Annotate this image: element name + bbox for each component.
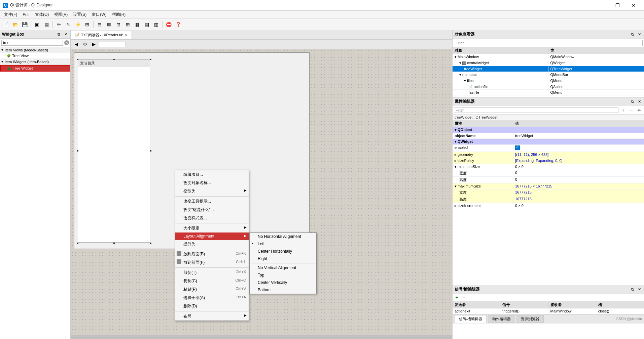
minimize-button[interactable]: — bbox=[594, 0, 609, 11]
menu-file[interactable]: 文件(F) bbox=[1, 11, 20, 18]
toolbar-layout5[interactable]: ▦ bbox=[133, 20, 142, 29]
prop-add-btn[interactable]: + bbox=[620, 107, 627, 114]
toolbar-connect[interactable]: ⚡ bbox=[73, 20, 82, 29]
toolbar-layout3[interactable]: ⊡ bbox=[114, 20, 123, 29]
toolbar-layout4[interactable]: ⊞ bbox=[123, 20, 132, 29]
menu-settings[interactable]: 设置(S) bbox=[70, 11, 89, 18]
obj-row-menubar[interactable]: ▾ menubar QMenuBar bbox=[453, 72, 644, 78]
toolbar-help[interactable]: ❓ bbox=[174, 20, 182, 29]
toolbar-layout2[interactable]: ⊠ bbox=[105, 20, 113, 29]
toolbar-save[interactable]: 💾 bbox=[20, 20, 29, 29]
ctx-send-back[interactable]: ↓ 放到后面(B)Ctrl+K bbox=[175, 250, 249, 258]
ctx-sub-left[interactable]: •Left bbox=[250, 240, 316, 248]
menu-view[interactable]: 视图(V) bbox=[51, 11, 70, 18]
search-clear-btn[interactable]: ✕ bbox=[64, 40, 69, 45]
prop-row-minsize[interactable]: ▾ minimumSize 0 × 0 bbox=[453, 164, 644, 170]
ctx-bring-front[interactable]: ↑ 放到前面(F)Ctrl+L bbox=[175, 258, 249, 267]
signal-close-btn[interactable]: ✕ bbox=[637, 287, 642, 292]
toolbar-layout7[interactable]: ▥ bbox=[152, 20, 160, 29]
prop-row-enabled[interactable]: enabled bbox=[453, 145, 644, 152]
search-input[interactable] bbox=[1, 40, 63, 46]
ctx-layout[interactable]: 布局▶ bbox=[175, 312, 249, 321]
obj-row-treewidget[interactable]: treeWidget QTreeWidget bbox=[453, 66, 644, 72]
ctx-sub-bottom[interactable]: Bottom bbox=[250, 286, 316, 294]
ctx-tooltip[interactable]: 改变工具提示... bbox=[175, 197, 249, 206]
design-address-input[interactable]: 在这里输入 bbox=[99, 42, 126, 47]
obj-filter-input[interactable] bbox=[454, 40, 643, 46]
prop-row-maxsize[interactable]: ▾ maximumSize 16777215 × 16777215 bbox=[453, 183, 644, 189]
toolbar-layout6[interactable]: ▤ bbox=[142, 20, 151, 29]
prop-row-maxheight[interactable]: 高度 16777215 bbox=[453, 196, 644, 203]
toolbar-new[interactable]: 📄 bbox=[1, 20, 10, 29]
prop-row-sizeincrement[interactable]: ▸ sizeIncrement 0 × 0 bbox=[453, 203, 644, 209]
ctx-morph[interactable]: 变型为▶ bbox=[175, 187, 249, 196]
signal-add-btn[interactable]: + bbox=[454, 295, 460, 301]
ctx-sub-no-h[interactable]: No Horizontal Alignment bbox=[250, 233, 316, 240]
toolbar-open[interactable]: 📂 bbox=[11, 20, 20, 29]
close-button[interactable]: ✕ bbox=[626, 0, 641, 11]
design-settings-btn[interactable]: ⚙ bbox=[81, 41, 89, 48]
toolbar-cursor[interactable]: ↖ bbox=[64, 20, 73, 29]
ctx-copy[interactable]: 复制(C)Ctrl+C bbox=[175, 277, 249, 285]
ctx-edit-items[interactable]: 编辑项目... bbox=[175, 170, 249, 179]
design-forward-btn[interactable]: ▶ bbox=[90, 41, 98, 48]
signal-float-btn[interactable]: ⧉ bbox=[630, 287, 635, 292]
signal-row-0[interactable]: actionexit triggered() MainWindow close(… bbox=[453, 308, 644, 314]
restore-button[interactable]: ❐ bbox=[610, 0, 625, 11]
signal-remove-btn[interactable]: − bbox=[461, 295, 467, 301]
prop-row-sizepolicy[interactable]: ▸ sizePolicy [Expanding, Expanding, 0, 0… bbox=[453, 158, 644, 164]
prop-row-geometry[interactable]: ▸ geometry [(11, 11), 256 × 633] bbox=[453, 152, 644, 158]
category-item-widgets[interactable]: ▾ Item Widgets (Item-Based) bbox=[0, 59, 70, 65]
prop-filter-input[interactable] bbox=[454, 108, 618, 113]
obj-row-actionfile[interactable]: 📄 actionfile QAction bbox=[453, 84, 644, 90]
obj-row-centralwidget[interactable]: ▾ centralwidget QWidget bbox=[453, 60, 644, 66]
toolbar-resource[interactable]: ⛔ bbox=[164, 20, 173, 29]
widget-tree-widget[interactable]: 🌲 Tree Widget bbox=[0, 65, 70, 72]
ctx-stylesheet[interactable]: 改变样式表... bbox=[175, 214, 249, 222]
ctx-whatsthis[interactable]: 改变"这是什么"... bbox=[175, 206, 249, 214]
obj-row-mainwindow[interactable]: ▾ MainWindow QMainWindow bbox=[453, 54, 644, 60]
tree-widget-canvas[interactable]: 章节目录 bbox=[78, 59, 150, 243]
prop-row-minwidth[interactable]: 宽度 0 bbox=[453, 170, 644, 177]
panel-float-btn[interactable]: ⧉ bbox=[56, 32, 62, 37]
enabled-checkbox[interactable] bbox=[515, 145, 520, 150]
design-scrollbar-h[interactable] bbox=[71, 335, 452, 339]
ctx-sub-top[interactable]: Top bbox=[250, 271, 316, 279]
toolbar-tab[interactable]: ⊞ bbox=[83, 20, 92, 29]
prop-edit-btn[interactable]: ✏ bbox=[636, 107, 643, 114]
tab-ui-reader[interactable]: 📝 TXT阅读器 - UIReader.ui* ✕ bbox=[71, 31, 132, 39]
bottom-tab-signal[interactable]: 信号/槽编辑器 bbox=[455, 315, 487, 323]
toolbar-btn1[interactable]: ▣ bbox=[33, 20, 41, 29]
obj-close-btn[interactable]: ✕ bbox=[637, 32, 642, 37]
widget-tree-view[interactable]: 🌳 Tree View bbox=[0, 53, 70, 59]
prop-float-btn[interactable]: ⧉ bbox=[630, 99, 635, 104]
prop-row-maxwidth[interactable]: 宽度 16777215 bbox=[453, 189, 644, 196]
ctx-sub-no-v[interactable]: No Vertical Alignment bbox=[250, 264, 316, 271]
bottom-tab-action[interactable]: 动作编辑器 bbox=[488, 315, 515, 323]
ctx-sub-center-v[interactable]: Center Vertically bbox=[250, 279, 316, 286]
ctx-layout-alignment[interactable]: Layout Alignment▶ bbox=[175, 232, 249, 240]
ctx-promote[interactable]: 提升为... bbox=[175, 240, 249, 248]
obj-row-files[interactable]: ▾ files QMenu bbox=[453, 78, 644, 84]
menu-edit[interactable]: Edit bbox=[20, 12, 32, 18]
tab-close-btn[interactable]: ✕ bbox=[125, 33, 128, 37]
obj-row-lastfile[interactable]: lastfile QMenu bbox=[453, 90, 644, 95]
ctx-size-limit[interactable]: 大小限定▶ bbox=[175, 224, 249, 232]
menu-help[interactable]: 帮助(H) bbox=[109, 11, 129, 18]
ctx-cut[interactable]: 剪切(T)Ctrl+X bbox=[175, 268, 249, 277]
toolbar-btn2[interactable]: ▤ bbox=[42, 20, 51, 29]
toolbar-edit[interactable]: ✏ bbox=[55, 20, 63, 29]
ctx-select-all[interactable]: 选择全部(A)Ctrl+A bbox=[175, 294, 249, 302]
toolbar-layout1[interactable]: ⊟ bbox=[95, 20, 104, 29]
obj-float-btn[interactable]: ⧉ bbox=[630, 32, 635, 37]
prop-close-btn[interactable]: ✕ bbox=[637, 99, 642, 104]
prop-row-objectname[interactable]: objectName treeWidget bbox=[453, 133, 644, 139]
panel-close-btn[interactable]: ✕ bbox=[63, 32, 68, 37]
prop-minus-btn[interactable]: − bbox=[628, 107, 635, 114]
bottom-tab-resource[interactable]: 资源浏览器 bbox=[516, 315, 544, 323]
ctx-sub-center-h[interactable]: Center Horizontally bbox=[250, 248, 316, 255]
ctx-rename[interactable]: 改变对象名称... bbox=[175, 179, 249, 187]
ctx-paste[interactable]: 粘贴(P)Ctrl+V bbox=[175, 285, 249, 294]
design-back-btn[interactable]: ◀ bbox=[73, 41, 80, 48]
menu-form[interactable]: 窗体(O) bbox=[32, 11, 51, 18]
